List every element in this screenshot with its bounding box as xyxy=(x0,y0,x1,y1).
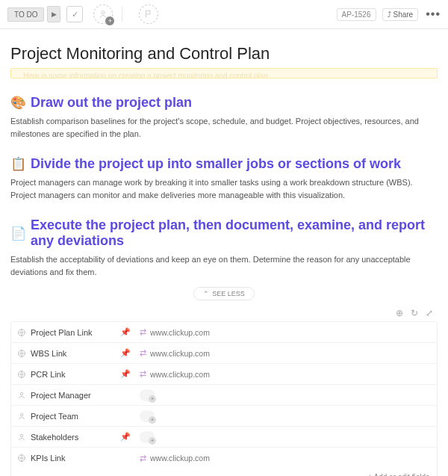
globe-icon xyxy=(17,328,26,337)
more-menu-button[interactable]: ••• xyxy=(426,7,441,21)
expand-icon[interactable]: ⤢ xyxy=(426,308,433,318)
field-row: Stakeholders📌 xyxy=(11,427,437,448)
plus-icon: + xyxy=(105,16,114,25)
pin-icon[interactable]: 📌 xyxy=(116,390,135,400)
flag-icon xyxy=(143,9,154,19)
svg-point-6 xyxy=(20,434,23,437)
see-less-label: SEE LESS xyxy=(212,290,245,297)
field-value[interactable]: ⇄www.clickup.com xyxy=(135,348,437,358)
link-icon: ⇄ xyxy=(140,454,146,463)
pin-icon[interactable]: 📌 xyxy=(116,411,135,421)
field-value-text: www.clickup.com xyxy=(150,454,210,463)
field-value[interactable] xyxy=(135,431,437,443)
status-button[interactable]: TO DO xyxy=(7,7,44,22)
empty-assignee-pill[interactable] xyxy=(140,431,155,443)
info-banner: Here is some information on creating a p… xyxy=(10,68,438,78)
svg-point-0 xyxy=(102,11,105,14)
field-name[interactable]: KPIs Link xyxy=(11,454,116,463)
field-name[interactable]: WBS Link xyxy=(11,349,116,358)
status-next-button[interactable]: ▶ xyxy=(47,6,60,22)
link-icon: ⇄ xyxy=(140,369,146,379)
field-value[interactable] xyxy=(135,410,437,422)
section-heading-text: Execute the project plan, then document,… xyxy=(31,217,438,249)
globe-icon xyxy=(17,370,26,379)
complete-checkbox[interactable]: ✓ xyxy=(66,6,83,22)
section-emoji-icon: 📄 xyxy=(10,226,26,241)
field-value-text: www.clickup.com xyxy=(150,349,210,358)
share-button[interactable]: ⤴Share xyxy=(382,8,419,21)
custom-fields-table: Project Plan Link📌⇄www.clickup.comWBS Li… xyxy=(10,321,438,476)
assignee-add-button[interactable]: + xyxy=(93,4,113,24)
field-value-text: www.clickup.com xyxy=(150,370,210,379)
section-heading[interactable]: 📄Execute the project plan, then document… xyxy=(10,217,438,249)
link-icon: ⇄ xyxy=(140,327,146,337)
task-id-text: AP-1526 xyxy=(342,10,371,19)
field-name-text: WBS Link xyxy=(31,349,66,358)
link-icon: ⇄ xyxy=(140,348,146,358)
view-options: ⊕ ↻ ⤢ xyxy=(10,305,438,321)
section-body[interactable]: Establish the acceptability of deviation… xyxy=(10,253,438,278)
page-title[interactable]: Project Monitoring and Control Plan xyxy=(10,44,438,64)
empty-assignee-pill[interactable] xyxy=(140,389,155,401)
section-heading-text: Draw out the project plan xyxy=(31,95,192,111)
field-value[interactable] xyxy=(135,389,437,401)
section-emoji-icon: 🎨 xyxy=(10,95,26,111)
section-emoji-icon: 📋 xyxy=(10,156,26,172)
task-id-badge[interactable]: AP-1526 xyxy=(337,8,376,21)
field-row: Project Manager📌 xyxy=(11,385,437,406)
field-name[interactable]: Project Team xyxy=(11,412,116,421)
globe-icon xyxy=(17,349,26,358)
share-icon: ⤴ xyxy=(388,10,391,19)
field-name[interactable]: Stakeholders xyxy=(11,433,116,442)
section-heading-text: Divide the project up into smaller jobs … xyxy=(31,156,401,172)
see-less-button[interactable]: ⌃ SEE LESS xyxy=(193,287,255,300)
field-row: Project Team📌 xyxy=(11,406,437,427)
history-icon[interactable]: ↻ xyxy=(411,308,418,318)
field-row: KPIs Link📌⇄www.clickup.com xyxy=(11,448,437,469)
pin-icon[interactable]: 📌 xyxy=(116,432,135,442)
field-name[interactable]: PCR Link xyxy=(11,370,116,379)
field-value[interactable]: ⇄www.clickup.com xyxy=(135,369,437,379)
field-name-text: Stakeholders xyxy=(31,433,78,442)
section-heading[interactable]: 📋Divide the project up into smaller jobs… xyxy=(10,156,438,172)
field-name-text: Project Plan Link xyxy=(31,328,93,337)
pin-icon[interactable]: 📌 xyxy=(116,454,135,463)
person-icon xyxy=(17,391,26,400)
globe-icon xyxy=(17,454,26,463)
field-value[interactable]: ⇄www.clickup.com xyxy=(135,454,437,463)
field-row: PCR Link📌⇄www.clickup.com xyxy=(11,364,437,385)
globe-icon[interactable]: ⊕ xyxy=(396,308,403,318)
content-area: Project Monitoring and Control Plan Here… xyxy=(0,29,448,476)
field-name-text: Project Team xyxy=(31,412,78,421)
toolbar-divider xyxy=(122,7,122,22)
chevron-up-icon: ⌃ xyxy=(203,290,209,297)
section-heading[interactable]: 🎨Draw out the project plan xyxy=(10,95,438,111)
banner-text: Here is some information on creating a p… xyxy=(23,72,270,78)
empty-assignee-pill[interactable] xyxy=(140,410,155,422)
add-edit-fields-button[interactable]: + Add or edit fields xyxy=(11,469,437,476)
field-name-text: Project Manager xyxy=(31,391,91,400)
field-value[interactable]: ⇄www.clickup.com xyxy=(135,327,437,337)
share-label: Share xyxy=(393,10,414,19)
field-value-text: www.clickup.com xyxy=(150,328,210,337)
person-icon xyxy=(17,412,26,421)
pin-icon[interactable]: 📌 xyxy=(116,348,135,358)
toolbar: TO DO ▶ ✓ + AP-1526 ⤴Share ••• xyxy=(0,0,448,29)
add-fields-label: + Add or edit fields xyxy=(367,473,429,476)
field-name-text: KPIs Link xyxy=(31,454,65,463)
status-label: TO DO xyxy=(14,10,37,19)
section-body[interactable]: Establish comparison baselines for the p… xyxy=(10,115,438,140)
field-row: Project Plan Link📌⇄www.clickup.com xyxy=(11,322,437,343)
pin-icon[interactable]: 📌 xyxy=(116,327,135,337)
field-name[interactable]: Project Plan Link xyxy=(11,328,116,337)
svg-point-4 xyxy=(20,392,23,395)
section-body[interactable]: Project managers can manage work by brea… xyxy=(10,176,438,201)
pin-icon[interactable]: 📌 xyxy=(116,369,135,379)
svg-point-5 xyxy=(20,413,23,416)
see-less-row: ⌃ SEE LESS xyxy=(10,287,438,300)
priority-button[interactable] xyxy=(139,4,158,24)
person-icon xyxy=(17,433,26,442)
field-row: WBS Link📌⇄www.clickup.com xyxy=(11,343,437,364)
field-name[interactable]: Project Manager xyxy=(11,391,116,400)
field-name-text: PCR Link xyxy=(31,370,65,379)
